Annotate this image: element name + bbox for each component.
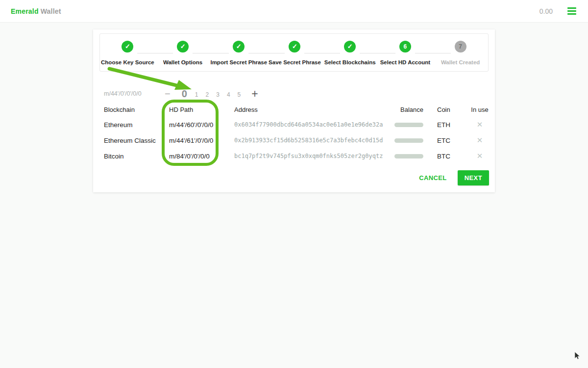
hd-path-value: m/84'/0'/0'/0/0 [169, 153, 234, 160]
account-index-4[interactable]: 4 [226, 91, 231, 99]
check-icon: ✓ [292, 43, 297, 50]
blockchain-name: Bitcoin [104, 153, 169, 160]
step-wallet-options: ✓ Wallet Options [155, 41, 211, 65]
blockchain-name: Ethereum Classic [104, 137, 169, 144]
step-select-blockchains: ✓ Select Blockchains [322, 41, 378, 65]
step-label: Import Secret Phrase [210, 59, 267, 65]
step-check-circle: ✓ [233, 41, 245, 53]
table-row-ethereum-classic: Ethereum Classic m/44'/61'/0'/0/0 0x2b91… [104, 132, 484, 148]
total-balance: 0.00 [539, 7, 553, 15]
app-header: EmeraldWallet 0.00 [0, 0, 588, 23]
balance-skeleton-bar [394, 138, 423, 143]
coin-ticker: BTC [423, 153, 465, 160]
mouse-cursor [575, 352, 580, 359]
balance-skeleton-bar [394, 123, 423, 127]
account-index-1[interactable]: 1 [194, 91, 199, 99]
brand-secondary: Wallet [41, 7, 61, 15]
check-icon: ✓ [347, 43, 353, 50]
account-index-5[interactable]: 5 [237, 91, 242, 99]
hd-account-selector: m/44'/0'/0'/0/0 − 0 1 2 3 4 5 + [104, 85, 349, 102]
coin-ticker: ETC [423, 137, 465, 144]
step-check-circle: ✓ [177, 41, 189, 53]
table-header-row: Blockchain HD Path Address Balance Coin … [104, 102, 484, 117]
step-label: Select Blockchains [324, 59, 376, 65]
col-header-blockchain: Blockchain [104, 106, 169, 113]
address-value: 0x6034f77900dbcd646a0534ac0e61a0e1e96de3… [234, 121, 371, 128]
col-header-address: Address [234, 106, 371, 113]
blockchain-name: Ethereum [104, 121, 169, 129]
account-index-0[interactable]: 0 [180, 89, 189, 99]
not-in-use-x-icon: ✕ [477, 136, 483, 144]
step-label: Choose Key Source [101, 59, 154, 65]
wizard-stepper: ✓ Choose Key Source ✓ Wallet Options ✓ I… [99, 33, 489, 72]
account-index-2[interactable]: 2 [205, 91, 210, 99]
menu-icon[interactable] [566, 5, 577, 17]
col-header-balance: Balance [371, 106, 423, 113]
step-label: Wallet Options [163, 59, 202, 65]
step-save-secret-phrase: ✓ Save Secret Phrase [267, 41, 322, 65]
check-icon: ✓ [180, 43, 186, 50]
balance-loading [371, 136, 423, 145]
hd-path-value: m/44'/60'/0'/0/0 [169, 121, 234, 129]
next-button[interactable]: NEXT [458, 170, 489, 185]
in-use-cell: ✕ [465, 136, 495, 145]
address-value: 0x2b913933cf15d6b5258316e5c7a3bfebc4c0d1… [234, 137, 371, 144]
table-row-ethereum: Ethereum m/44'/60'/0'/0/0 0x6034f77900db… [104, 117, 484, 132]
brand-primary: Emerald [11, 7, 39, 15]
step-select-hd-account: 6 Select HD Account [378, 41, 433, 65]
account-index-list: 0 1 2 3 4 5 [180, 89, 242, 99]
decrease-account-button[interactable]: − [161, 88, 174, 100]
step-number-circle: 7 [455, 41, 466, 53]
balance-loading [371, 152, 423, 160]
hd-path-value: m/44'/61'/0'/0/0 [169, 137, 234, 144]
in-use-cell: ✕ [465, 120, 495, 129]
col-header-hd-path: HD Path [169, 106, 234, 113]
check-icon: ✓ [236, 43, 242, 50]
step-label: Select HD Account [380, 59, 430, 65]
wizard-footer: CANCEL NEXT [414, 170, 489, 185]
step-import-secret-phrase: ✓ Import Secret Phrase [210, 41, 267, 65]
create-wallet-card: ✓ Choose Key Source ✓ Wallet Options ✓ I… [93, 29, 495, 192]
accounts-table: Blockchain HD Path Address Balance Coin … [104, 102, 484, 164]
col-header-in-use: In use [465, 106, 495, 113]
step-wallet-created: 7 Wallet Created [433, 41, 488, 65]
increase-account-button[interactable]: + [248, 87, 261, 101]
table-row-bitcoin: Bitcoin m/84'/0'/0'/0/0 bc1q7pf2t9v745pf… [104, 148, 484, 164]
balance-loading [371, 120, 423, 129]
in-use-cell: ✕ [465, 152, 495, 160]
account-index-3[interactable]: 3 [215, 91, 220, 99]
step-label: Wallet Created [441, 59, 480, 65]
cancel-button[interactable]: CANCEL [414, 170, 452, 185]
step-check-circle: ✓ [344, 41, 356, 53]
step-choose-key-source: ✓ Choose Key Source [100, 41, 155, 65]
step-number-circle: 6 [399, 41, 411, 53]
col-header-coin: Coin [423, 106, 465, 113]
step-check-circle: ✓ [289, 41, 300, 53]
not-in-use-x-icon: ✕ [477, 121, 483, 128]
coin-ticker: ETH [423, 121, 465, 129]
step-check-circle: ✓ [122, 41, 133, 53]
address-value: bc1q7pf2t9v745pfsu3x0xqm0fnks505zer2g0yq… [234, 153, 371, 159]
step-label: Save Secret Phrase [269, 59, 321, 65]
not-in-use-x-icon: ✕ [477, 152, 483, 159]
check-icon: ✓ [125, 43, 130, 50]
balance-skeleton-bar [394, 154, 423, 158]
base-hd-path: m/44'/0'/0'/0/0 [104, 90, 158, 97]
app-logo: EmeraldWallet [11, 7, 61, 15]
